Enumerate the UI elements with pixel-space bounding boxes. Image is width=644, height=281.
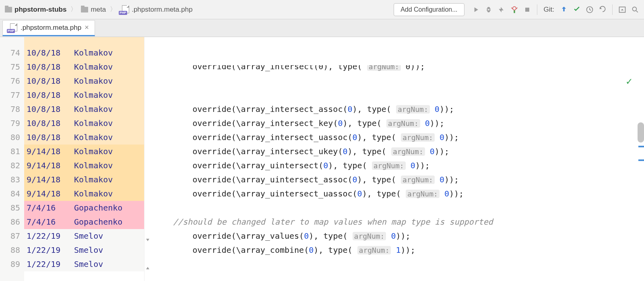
blame-date: 9/14/18 — [27, 173, 74, 187]
line-number: 79 — [0, 116, 20, 130]
breadcrumb-dir-label: meta — [91, 6, 106, 14]
coverage-icon[interactable] — [496, 4, 507, 15]
blame-date: 10/8/18 — [27, 116, 74, 130]
fold-collapse-icon[interactable] — [145, 238, 151, 242]
blame-author: Kolmakov — [74, 116, 113, 130]
code-line: override(\array_uintersect(0), type( arg… — [173, 159, 644, 173]
code-line: override(\array_uintersect_assoc(0), typ… — [173, 173, 644, 187]
blame-row[interactable]: 9/14/18Kolmakov — [24, 159, 144, 173]
stripe-marker[interactable] — [638, 146, 644, 147]
stop-icon[interactable] — [522, 4, 533, 15]
tab-label: .phpstorm.meta.php — [21, 24, 81, 32]
scrollbar-thumb[interactable] — [638, 122, 644, 143]
code-line — [173, 257, 644, 271]
git-commit-icon[interactable] — [571, 4, 582, 15]
git-revert-icon[interactable] — [597, 4, 608, 15]
blame-row[interactable]: 9/14/18Kolmakov — [24, 173, 144, 187]
blame-author: Smelov — [74, 229, 103, 243]
blame-row[interactable]: 10/8/18Kolmakov — [24, 116, 144, 130]
blame-date: 9/14/18 — [27, 145, 74, 159]
breadcrumb-root[interactable]: phpstorm-stubs — [3, 5, 68, 14]
chevron-right-icon: 〉 — [109, 5, 117, 14]
profile-icon[interactable] — [509, 4, 520, 15]
blame-row[interactable]: 7/4/16Gopachenko — [24, 201, 144, 215]
blame-row[interactable]: 7/4/16Gopachenko — [24, 215, 144, 229]
code-line: override(\array_intersect_uassoc(0), typ… — [173, 130, 644, 145]
line-number: 81 — [0, 145, 20, 159]
breadcrumb-dir[interactable]: meta — [79, 5, 107, 14]
blame-date: 10/8/18 — [27, 46, 74, 60]
line-number: 80 — [0, 130, 20, 145]
editor: 74757677787980818283848586878889 10/8/18… — [0, 37, 644, 281]
add-configuration-button[interactable]: Add Configuration... — [394, 3, 464, 16]
blame-author: Kolmakov — [74, 60, 113, 74]
blame-row[interactable]: 1/22/19Smelov — [24, 257, 144, 271]
svg-point-5 — [632, 7, 636, 11]
code-line: override(\array_values(0), type( argNum:… — [173, 229, 644, 243]
line-number: 74 — [0, 46, 20, 60]
blame-author: Kolmakov — [74, 159, 113, 173]
blame-date: 7/4/16 — [27, 201, 74, 215]
blame-author: Smelov — [74, 243, 103, 257]
blame-row[interactable]: 10/8/18Kolmakov — [24, 88, 144, 102]
blame-row[interactable]: 10/8/18Kolmakov — [24, 102, 144, 116]
blame-author: Kolmakov — [74, 88, 113, 102]
git-update-icon[interactable] — [558, 4, 570, 15]
main-toolbar: phpstorm-stubs 〉 meta 〉 PHP .phpstorm.me… — [0, 0, 644, 19]
blame-author: Kolmakov — [74, 173, 113, 187]
code-line — [173, 271, 644, 281]
inspection-ok-icon: ✓ — [625, 76, 633, 87]
blame-row[interactable]: 9/14/18Kolmakov — [24, 187, 144, 201]
line-number: 87 — [0, 229, 20, 243]
line-number: 89 — [0, 257, 20, 271]
blame-row[interactable]: 10/8/18Kolmakov — [24, 130, 144, 145]
blame-row[interactable]: 9/14/18Kolmakov — [24, 145, 144, 159]
code-area[interactable]: override(\array_intersect(0), type( argN… — [173, 37, 644, 281]
svg-rect-1 — [514, 10, 515, 13]
code-line — [173, 201, 644, 215]
blame-author: Kolmakov — [74, 74, 113, 88]
line-number: 85 — [0, 201, 20, 215]
editor-tab-bar: PHP .phpstorm.meta.php × — [0, 19, 644, 37]
svg-point-0 — [512, 6, 516, 10]
blame-date: 1/22/19 — [27, 243, 74, 257]
blame-annotation-column: 10/8/18Kolmakov10/8/18Kolmakov10/8/18Kol… — [24, 37, 144, 281]
fold-expand-icon[interactable] — [145, 266, 151, 271]
blame-date: 10/8/18 — [27, 74, 74, 88]
error-stripe: ✓ — [634, 74, 644, 281]
stripe-marker[interactable] — [638, 159, 644, 161]
line-number-gutter: 74757677787980818283848586878889 — [0, 37, 24, 281]
blame-date: 9/14/18 — [27, 187, 74, 201]
run-icon[interactable] — [470, 4, 481, 15]
line-number: 76 — [0, 74, 20, 88]
blame-row[interactable]: 1/22/19Smelov — [24, 229, 144, 243]
separator — [612, 4, 613, 15]
folder-icon — [5, 7, 12, 12]
blame-row[interactable]: 10/8/18Kolmakov — [24, 46, 144, 60]
debug-icon[interactable] — [483, 4, 494, 15]
git-history-icon[interactable] — [584, 4, 595, 15]
blame-date: 9/14/18 — [27, 159, 74, 173]
git-label: Git: — [544, 6, 554, 14]
close-icon[interactable]: × — [85, 23, 89, 32]
code-line: override(\array_intersect_ukey(0), type(… — [173, 145, 644, 159]
line-number: 82 — [0, 159, 20, 173]
blame-author: Kolmakov — [74, 187, 113, 201]
php-file-icon: PHP — [120, 5, 129, 14]
blame-author: Kolmakov — [74, 46, 113, 60]
blame-row[interactable]: 10/8/18Kolmakov — [24, 74, 144, 88]
code-line: override(\array_combine(0), type( argNum… — [173, 243, 644, 257]
line-number: 86 — [0, 215, 20, 229]
blame-author: Gopachenko — [74, 201, 122, 215]
blame-author: Smelov — [74, 257, 103, 271]
blame-row[interactable]: 10/8/18Kolmakov — [24, 60, 144, 74]
line-number: 78 — [0, 102, 20, 116]
layout-icon[interactable] — [617, 4, 628, 15]
line-number: 83 — [0, 173, 20, 187]
search-icon[interactable] — [630, 4, 641, 15]
blame-date: 7/4/16 — [27, 215, 74, 229]
breadcrumb-file[interactable]: PHP .phpstorm.meta.php — [119, 4, 194, 15]
fold-gutter — [144, 37, 173, 281]
blame-row[interactable]: 1/22/19Smelov — [24, 243, 144, 257]
editor-tab[interactable]: PHP .phpstorm.meta.php × — [2, 20, 95, 36]
